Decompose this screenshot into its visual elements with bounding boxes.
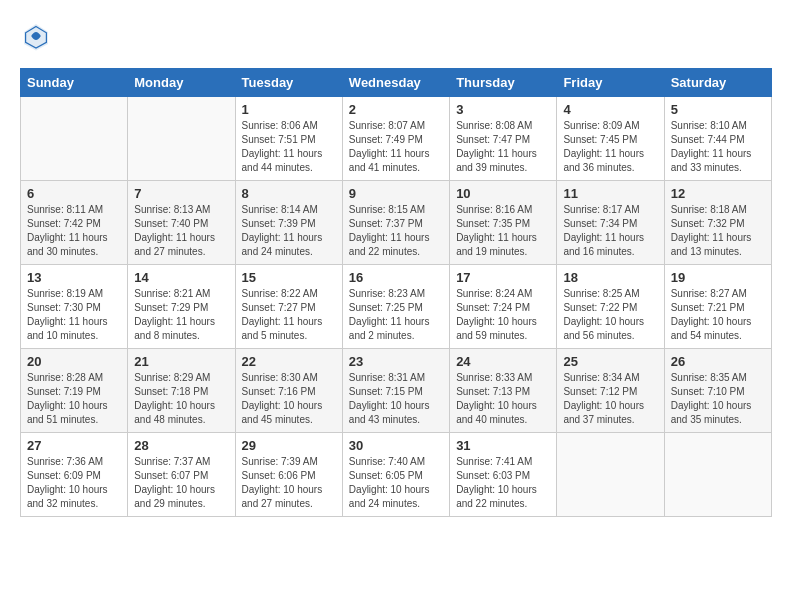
day-number: 24 [456,354,550,369]
day-detail: Sunrise: 7:40 AM Sunset: 6:05 PM Dayligh… [349,455,443,511]
day-number: 21 [134,354,228,369]
calendar-week-row: 20Sunrise: 8:28 AM Sunset: 7:19 PM Dayli… [21,349,772,433]
calendar-week-row: 1Sunrise: 8:06 AM Sunset: 7:51 PM Daylig… [21,97,772,181]
day-number: 23 [349,354,443,369]
day-detail: Sunrise: 8:30 AM Sunset: 7:16 PM Dayligh… [242,371,336,427]
day-detail: Sunrise: 8:07 AM Sunset: 7:49 PM Dayligh… [349,119,443,175]
calendar-cell: 5Sunrise: 8:10 AM Sunset: 7:44 PM Daylig… [664,97,771,181]
calendar-cell: 7Sunrise: 8:13 AM Sunset: 7:40 PM Daylig… [128,181,235,265]
day-detail: Sunrise: 7:37 AM Sunset: 6:07 PM Dayligh… [134,455,228,511]
calendar-cell [21,97,128,181]
day-number: 1 [242,102,336,117]
day-detail: Sunrise: 7:36 AM Sunset: 6:09 PM Dayligh… [27,455,121,511]
calendar-cell: 6Sunrise: 8:11 AM Sunset: 7:42 PM Daylig… [21,181,128,265]
calendar-cell: 1Sunrise: 8:06 AM Sunset: 7:51 PM Daylig… [235,97,342,181]
calendar-cell: 26Sunrise: 8:35 AM Sunset: 7:10 PM Dayli… [664,349,771,433]
day-detail: Sunrise: 8:08 AM Sunset: 7:47 PM Dayligh… [456,119,550,175]
day-detail: Sunrise: 8:27 AM Sunset: 7:21 PM Dayligh… [671,287,765,343]
calendar-cell: 21Sunrise: 8:29 AM Sunset: 7:18 PM Dayli… [128,349,235,433]
day-number: 28 [134,438,228,453]
day-detail: Sunrise: 8:10 AM Sunset: 7:44 PM Dayligh… [671,119,765,175]
calendar-cell: 17Sunrise: 8:24 AM Sunset: 7:24 PM Dayli… [450,265,557,349]
header-monday: Monday [128,69,235,97]
day-number: 15 [242,270,336,285]
day-number: 29 [242,438,336,453]
calendar-week-row: 27Sunrise: 7:36 AM Sunset: 6:09 PM Dayli… [21,433,772,517]
day-number: 16 [349,270,443,285]
day-detail: Sunrise: 8:16 AM Sunset: 7:35 PM Dayligh… [456,203,550,259]
day-detail: Sunrise: 7:41 AM Sunset: 6:03 PM Dayligh… [456,455,550,511]
calendar-cell: 19Sunrise: 8:27 AM Sunset: 7:21 PM Dayli… [664,265,771,349]
day-number: 13 [27,270,121,285]
day-detail: Sunrise: 8:34 AM Sunset: 7:12 PM Dayligh… [563,371,657,427]
day-detail: Sunrise: 8:21 AM Sunset: 7:29 PM Dayligh… [134,287,228,343]
calendar-cell: 4Sunrise: 8:09 AM Sunset: 7:45 PM Daylig… [557,97,664,181]
day-detail: Sunrise: 8:33 AM Sunset: 7:13 PM Dayligh… [456,371,550,427]
header-saturday: Saturday [664,69,771,97]
day-detail: Sunrise: 8:11 AM Sunset: 7:42 PM Dayligh… [27,203,121,259]
day-detail: Sunrise: 8:31 AM Sunset: 7:15 PM Dayligh… [349,371,443,427]
day-detail: Sunrise: 8:25 AM Sunset: 7:22 PM Dayligh… [563,287,657,343]
day-number: 12 [671,186,765,201]
calendar-cell [664,433,771,517]
day-detail: Sunrise: 8:14 AM Sunset: 7:39 PM Dayligh… [242,203,336,259]
day-detail: Sunrise: 8:15 AM Sunset: 7:37 PM Dayligh… [349,203,443,259]
calendar-cell: 29Sunrise: 7:39 AM Sunset: 6:06 PM Dayli… [235,433,342,517]
header-thursday: Thursday [450,69,557,97]
day-number: 5 [671,102,765,117]
calendar-cell: 28Sunrise: 7:37 AM Sunset: 6:07 PM Dayli… [128,433,235,517]
header-sunday: Sunday [21,69,128,97]
day-detail: Sunrise: 7:39 AM Sunset: 6:06 PM Dayligh… [242,455,336,511]
day-detail: Sunrise: 8:18 AM Sunset: 7:32 PM Dayligh… [671,203,765,259]
calendar-cell [128,97,235,181]
calendar-cell: 8Sunrise: 8:14 AM Sunset: 7:39 PM Daylig… [235,181,342,265]
calendar-cell: 12Sunrise: 8:18 AM Sunset: 7:32 PM Dayli… [664,181,771,265]
calendar-cell: 20Sunrise: 8:28 AM Sunset: 7:19 PM Dayli… [21,349,128,433]
day-number: 10 [456,186,550,201]
day-number: 4 [563,102,657,117]
calendar-cell: 3Sunrise: 8:08 AM Sunset: 7:47 PM Daylig… [450,97,557,181]
day-number: 20 [27,354,121,369]
calendar-cell [557,433,664,517]
calendar-week-row: 6Sunrise: 8:11 AM Sunset: 7:42 PM Daylig… [21,181,772,265]
calendar-cell: 18Sunrise: 8:25 AM Sunset: 7:22 PM Dayli… [557,265,664,349]
header-wednesday: Wednesday [342,69,449,97]
calendar-table: SundayMondayTuesdayWednesdayThursdayFrid… [20,68,772,517]
calendar-cell: 9Sunrise: 8:15 AM Sunset: 7:37 PM Daylig… [342,181,449,265]
calendar-cell: 23Sunrise: 8:31 AM Sunset: 7:15 PM Dayli… [342,349,449,433]
day-number: 14 [134,270,228,285]
calendar-cell: 11Sunrise: 8:17 AM Sunset: 7:34 PM Dayli… [557,181,664,265]
day-number: 19 [671,270,765,285]
day-number: 8 [242,186,336,201]
logo-icon [20,20,52,52]
day-number: 6 [27,186,121,201]
header-tuesday: Tuesday [235,69,342,97]
day-number: 3 [456,102,550,117]
day-number: 30 [349,438,443,453]
day-detail: Sunrise: 8:29 AM Sunset: 7:18 PM Dayligh… [134,371,228,427]
calendar-header-row: SundayMondayTuesdayWednesdayThursdayFrid… [21,69,772,97]
day-number: 27 [27,438,121,453]
calendar-cell: 2Sunrise: 8:07 AM Sunset: 7:49 PM Daylig… [342,97,449,181]
calendar-cell: 13Sunrise: 8:19 AM Sunset: 7:30 PM Dayli… [21,265,128,349]
calendar-cell: 24Sunrise: 8:33 AM Sunset: 7:13 PM Dayli… [450,349,557,433]
day-number: 17 [456,270,550,285]
day-detail: Sunrise: 8:24 AM Sunset: 7:24 PM Dayligh… [456,287,550,343]
day-detail: Sunrise: 8:22 AM Sunset: 7:27 PM Dayligh… [242,287,336,343]
day-detail: Sunrise: 8:17 AM Sunset: 7:34 PM Dayligh… [563,203,657,259]
day-number: 31 [456,438,550,453]
day-detail: Sunrise: 8:13 AM Sunset: 7:40 PM Dayligh… [134,203,228,259]
day-detail: Sunrise: 8:06 AM Sunset: 7:51 PM Dayligh… [242,119,336,175]
calendar-week-row: 13Sunrise: 8:19 AM Sunset: 7:30 PM Dayli… [21,265,772,349]
day-number: 25 [563,354,657,369]
header-friday: Friday [557,69,664,97]
day-number: 2 [349,102,443,117]
logo [20,20,58,52]
calendar-cell: 25Sunrise: 8:34 AM Sunset: 7:12 PM Dayli… [557,349,664,433]
calendar-cell: 31Sunrise: 7:41 AM Sunset: 6:03 PM Dayli… [450,433,557,517]
day-number: 9 [349,186,443,201]
day-number: 18 [563,270,657,285]
calendar-cell: 14Sunrise: 8:21 AM Sunset: 7:29 PM Dayli… [128,265,235,349]
day-detail: Sunrise: 8:09 AM Sunset: 7:45 PM Dayligh… [563,119,657,175]
calendar-cell: 10Sunrise: 8:16 AM Sunset: 7:35 PM Dayli… [450,181,557,265]
